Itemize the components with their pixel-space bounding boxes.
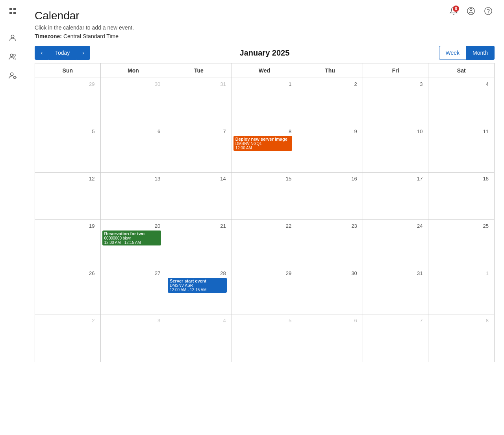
calendar-month-title: January 2025 — [90, 48, 439, 58]
cell-jan-7[interactable]: 7 — [166, 125, 232, 172]
cell-dec-30[interactable]: 30 — [101, 78, 167, 125]
cell-jan-1[interactable]: 1 — [232, 78, 298, 125]
cell-jan-9[interactable]: 9 — [297, 125, 363, 172]
page-title: Calendar — [35, 9, 495, 22]
day-header-fri: Fri — [363, 63, 429, 78]
sidebar-item-user[interactable] — [5, 30, 20, 46]
grid-icon[interactable] — [5, 3, 20, 20]
prev-month-button[interactable]: ‹ — [35, 46, 49, 60]
cell-jan-2[interactable]: 2 — [297, 78, 363, 125]
cell-jan-29[interactable]: 29 — [232, 267, 298, 314]
calendar-week-5: 26 27 28 Server start event DMSNV ASR 12… — [35, 267, 494, 314]
main-content: Calendar Click in the calendar to add a … — [25, 0, 504, 435]
day-header-thu: Thu — [297, 63, 363, 78]
svg-point-6 — [13, 54, 15, 57]
cell-jan-15[interactable]: 15 — [232, 173, 298, 219]
cell-jan-23[interactable]: 23 — [297, 220, 363, 267]
cell-jan-28[interactable]: 28 Server start event DMSNV ASR 12:00 AM… — [166, 267, 232, 314]
cell-jan-4[interactable]: 4 — [428, 78, 494, 125]
day-header-sat: Sat — [428, 63, 494, 78]
view-toggle: Week Month — [439, 46, 495, 60]
timezone-line: Timezone: Central Standard Time — [35, 33, 495, 39]
cell-jan-6[interactable]: 6 — [101, 125, 167, 172]
today-button[interactable]: Today — [49, 46, 76, 60]
cell-feb-2[interactable]: 2 — [35, 314, 101, 362]
calendar-week-6: 2 3 4 5 6 7 8 — [35, 314, 494, 362]
cell-jan-18[interactable]: 18 — [428, 173, 494, 219]
calendar-grid-wrapper: Sun Mon Tue Wed Thu Fri Sat 29 30 31 1 2… — [35, 63, 495, 435]
cell-jan-24[interactable]: 24 — [363, 220, 429, 267]
sidebar-item-users[interactable] — [5, 49, 20, 65]
svg-point-4 — [11, 35, 14, 38]
sidebar-item-user-settings[interactable] — [5, 68, 20, 84]
sidebar — [0, 0, 25, 435]
calendar-nav: ‹ Today › — [35, 46, 90, 60]
cell-jan-25[interactable]: 25 — [428, 220, 494, 267]
day-header-sun: Sun — [35, 63, 101, 78]
calendar-week-2: 5 6 7 8 Deploy new server image DMSNV-NG… — [35, 125, 494, 173]
cell-jan-30[interactable]: 30 — [297, 267, 363, 314]
next-month-button[interactable]: › — [76, 46, 90, 60]
cell-jan-14[interactable]: 14 — [166, 173, 232, 219]
calendar-grid: Sun Mon Tue Wed Thu Fri Sat 29 30 31 1 2… — [35, 63, 495, 362]
cell-jan-22[interactable]: 22 — [232, 220, 298, 267]
cell-feb-7[interactable]: 7 — [363, 314, 429, 362]
cell-feb-4[interactable]: 4 — [166, 314, 232, 362]
cell-dec-29[interactable]: 29 — [35, 78, 101, 125]
cell-jan-20[interactable]: 20 Reservation for two 00000000 bkwr 12:… — [101, 220, 167, 267]
cell-jan-19[interactable]: 19 — [35, 220, 101, 267]
cell-jan-10[interactable]: 10 — [363, 125, 429, 172]
cell-dec-31[interactable]: 31 — [166, 78, 232, 125]
day-header-mon: Mon — [101, 63, 167, 78]
svg-rect-2 — [9, 12, 12, 14]
day-header-wed: Wed — [232, 63, 298, 78]
calendar-header: ‹ Today › January 2025 Week Month — [35, 46, 495, 60]
cell-jan-11[interactable]: 11 — [428, 125, 494, 172]
svg-point-7 — [10, 73, 13, 76]
cell-jan-26[interactable]: 26 — [35, 267, 101, 314]
page-subtitle: Click in the calendar to add a new event… — [35, 24, 495, 31]
calendar-week-4: 19 20 Reservation for two 00000000 bkwr … — [35, 220, 494, 267]
calendar-day-headers: Sun Mon Tue Wed Thu Fri Sat — [35, 63, 494, 78]
cell-jan-13[interactable]: 13 — [101, 173, 167, 219]
cell-jan-17[interactable]: 17 — [363, 173, 429, 219]
svg-rect-0 — [9, 8, 12, 10]
cell-jan-31[interactable]: 31 — [363, 267, 429, 314]
cell-jan-8[interactable]: 8 Deploy new server image DMSNV-NGQ1 12:… — [232, 125, 298, 172]
svg-rect-1 — [13, 8, 16, 10]
event-reservation[interactable]: Reservation for two 00000000 bkwr 12:00 … — [102, 231, 161, 245]
event-server-start[interactable]: Server start event DMSNV ASR 12:00 AM - … — [168, 278, 227, 293]
cell-jan-5[interactable]: 5 — [35, 125, 101, 172]
cell-feb-8[interactable]: 8 — [428, 314, 494, 362]
svg-point-8 — [13, 76, 16, 79]
timezone-label: Timezone: — [35, 33, 62, 39]
sidebar-nav — [5, 30, 20, 84]
svg-point-5 — [10, 54, 13, 56]
cell-feb-5[interactable]: 5 — [232, 314, 298, 362]
calendar-week-1: 29 30 31 1 2 3 4 — [35, 78, 494, 125]
cell-jan-12[interactable]: 12 — [35, 173, 101, 219]
calendar-week-3: 12 13 14 15 16 17 18 — [35, 173, 494, 220]
event-deploy-server[interactable]: Deploy new server image DMSNV-NGQ1 12:00… — [233, 136, 293, 151]
month-view-button[interactable]: Month — [466, 46, 495, 60]
cell-feb-6[interactable]: 6 — [297, 314, 363, 362]
cell-jan-21[interactable]: 21 — [166, 220, 232, 267]
timezone-value: Central Standard Time — [63, 33, 119, 39]
cell-jan-27[interactable]: 27 — [101, 267, 167, 314]
svg-rect-3 — [13, 12, 16, 14]
cell-feb-1[interactable]: 1 — [428, 267, 494, 314]
week-view-button[interactable]: Week — [439, 46, 467, 60]
cell-feb-3[interactable]: 3 — [101, 314, 167, 362]
cell-jan-16[interactable]: 16 — [297, 173, 363, 219]
cell-jan-3[interactable]: 3 — [363, 78, 429, 125]
day-header-tue: Tue — [166, 63, 232, 78]
